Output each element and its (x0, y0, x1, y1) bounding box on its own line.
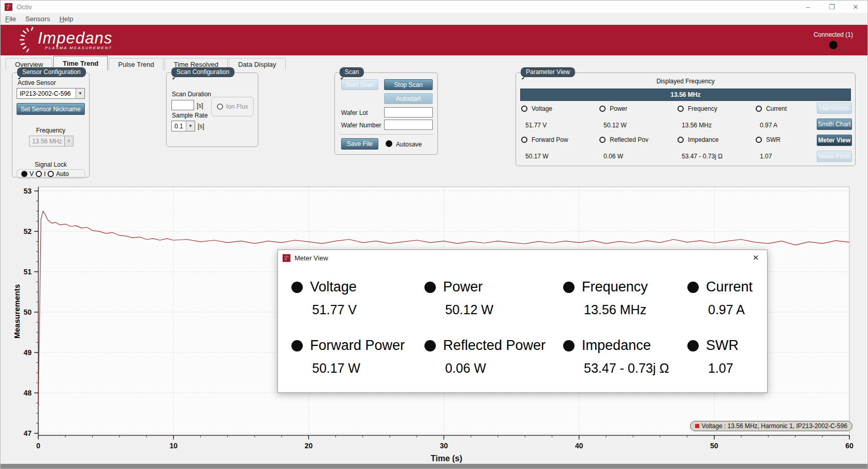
displayed-frequency-label: Displayed Frequency (516, 78, 855, 85)
scan-duration-label: Scan Duration (172, 91, 211, 98)
scan-duration-unit: [s] (197, 102, 203, 109)
minimize-icon[interactable]: – (796, 1, 820, 13)
param-voltage-radio[interactable] (521, 106, 527, 112)
wafer-number-input[interactable] (384, 120, 433, 130)
scan-duration-input[interactable] (171, 100, 194, 110)
meter-forward-power: Forward Power 50.17 W (291, 338, 424, 376)
param-frequency-value: 13.56 MHz (682, 122, 712, 129)
ion-flux-label: Ion Flux (226, 103, 248, 110)
signal-lock-radio-auto[interactable] (48, 171, 54, 177)
meter-power: Power 50.12 W (424, 279, 563, 317)
close-icon[interactable]: ✕ (844, 1, 867, 13)
legend-marker-icon (695, 424, 699, 428)
active-sensor-select[interactable]: IP213-2002-C-596 ▼ (17, 88, 85, 99)
window-title: Octiv (17, 3, 32, 11)
param-impedance-radio[interactable] (678, 137, 684, 143)
menubar: File Sensors Help (1, 13, 867, 25)
brand-banner: Impedans PLASMA MEASUREMENT Connected (1… (1, 25, 867, 55)
meter-led-icon (291, 340, 303, 351)
active-sensor-label: Active Sensor (18, 79, 56, 86)
meter-current: Current 0.97 A (687, 279, 765, 317)
meter-view-dialog: Meter View ✕ Voltage 51.77 V Power 50.12… (277, 250, 768, 393)
close-icon[interactable]: ✕ (744, 250, 767, 266)
tab-pulse-trend[interactable]: Pulse Trend (109, 58, 163, 70)
signal-lock-option-auto: Auto (56, 170, 69, 178)
meter-power-value: 50.12 W (445, 302, 563, 317)
legend-label: Voltage : 13.56 MHz, Harmonic 1, IP213-2… (702, 422, 847, 430)
svg-text:50: 50 (23, 308, 32, 316)
restore-icon[interactable]: ❐ (820, 1, 844, 13)
window-titlebar[interactable]: Octiv – ❐ ✕ (1, 1, 867, 13)
param-current-radio[interactable] (756, 106, 762, 112)
param-impedance: Impedance (678, 136, 718, 143)
svg-text:0: 0 (36, 442, 40, 450)
meter-view-button[interactable]: Meter View (817, 135, 852, 146)
signal-lock-option-i: I (44, 170, 46, 178)
param-forward-pow-radio[interactable] (521, 137, 527, 143)
chevron-down-icon[interactable]: ▼ (76, 89, 84, 98)
menu-file[interactable]: File (1, 14, 21, 24)
ion-flux-radio[interactable] (217, 104, 223, 110)
svg-text:47: 47 (23, 429, 32, 437)
wafer-lot-input[interactable] (384, 107, 433, 118)
octiv-app-window: Octiv – ❐ ✕ File Sensors Help Impedans (0, 0, 868, 469)
signal-lock-radio-v[interactable] (21, 171, 27, 177)
param-current: Current (756, 105, 787, 112)
scan-title: Scan (340, 67, 364, 77)
bottom-statusbar (1, 464, 867, 468)
stop-scan-button[interactable]: Stop Scan (384, 79, 433, 90)
param-swr: SWR (756, 136, 781, 143)
autostart-button[interactable]: Autostart (384, 93, 433, 104)
connection-led-icon (829, 41, 837, 49)
wafer-number-label: Wafer Number (341, 122, 381, 129)
harmonics-button[interactable]: Harmonics (817, 102, 852, 114)
meter-view-titlebar[interactable]: Meter View ✕ (278, 250, 767, 266)
param-power: Power (599, 105, 627, 112)
sample-rate-label: Sample Rate (172, 112, 208, 119)
param-frequency: Frequency (678, 105, 717, 112)
meter-forward-power-value: 50.17 W (312, 361, 424, 376)
smith-chart-button[interactable]: Smith Chart (817, 119, 852, 130)
meter-led-icon (687, 282, 699, 293)
start-scan-button[interactable]: Start Scan (341, 79, 378, 90)
meter-view-title: Meter View (295, 254, 328, 262)
scan-divider (339, 134, 433, 135)
param-power-radio[interactable] (599, 106, 606, 112)
app-icon (5, 3, 12, 11)
sensor-configuration-title: Sensor Configuration (17, 67, 86, 77)
menu-help[interactable]: Help (55, 14, 78, 24)
brand-subtitle: PLASMA MEASUREMENT (38, 46, 112, 50)
meter-led-icon (687, 340, 699, 351)
meter-led-icon (563, 340, 575, 351)
param-frequency-radio[interactable] (678, 106, 684, 112)
connection-status-text: Connected (1) (814, 31, 853, 38)
set-sensor-nickname-button[interactable]: Set Sensor Nickname (17, 103, 85, 115)
svg-text:48: 48 (23, 389, 32, 397)
signal-lock-options: V I Auto (17, 169, 85, 179)
signal-lock-label: Signal Lock (12, 161, 89, 168)
svg-text:Time (s): Time (s) (431, 454, 462, 463)
tab-data-display[interactable]: Data Display (229, 58, 286, 70)
param-reflected-pov-value: 0.06 W (604, 153, 623, 160)
wave-form-button[interactable]: Wave Form (817, 151, 852, 162)
autosave-led-icon (386, 140, 392, 147)
param-reflected-pov: Reflected Pov (599, 136, 649, 143)
save-file-button[interactable]: Save File (341, 138, 378, 150)
meter-swr-value: 1.07 (708, 361, 765, 376)
param-swr-radio[interactable] (756, 137, 762, 143)
param-reflected-pov-radio[interactable] (599, 137, 606, 143)
sample-rate-value: 0.1 (174, 123, 183, 130)
connection-status: Connected (1) (814, 31, 853, 49)
scan-configuration-panel: Scan Configuration Scan Duration [s] Ion… (166, 72, 258, 147)
param-voltage-value: 51.77 V (525, 122, 547, 129)
svg-text:51: 51 (23, 268, 32, 276)
meter-led-icon (291, 282, 303, 293)
signal-lock-option-v: V (30, 170, 34, 178)
chevron-down-icon[interactable]: ▼ (186, 121, 195, 131)
svg-text:10: 10 (169, 442, 178, 450)
menu-sensors[interactable]: Sensors (21, 14, 55, 24)
wafer-lot-label: Wafer Lot (341, 109, 368, 116)
ion-flux-group: Ion Flux (211, 97, 254, 116)
signal-lock-radio-i[interactable] (36, 171, 42, 177)
sample-rate-select[interactable]: 0.1 ▼ (171, 121, 195, 131)
